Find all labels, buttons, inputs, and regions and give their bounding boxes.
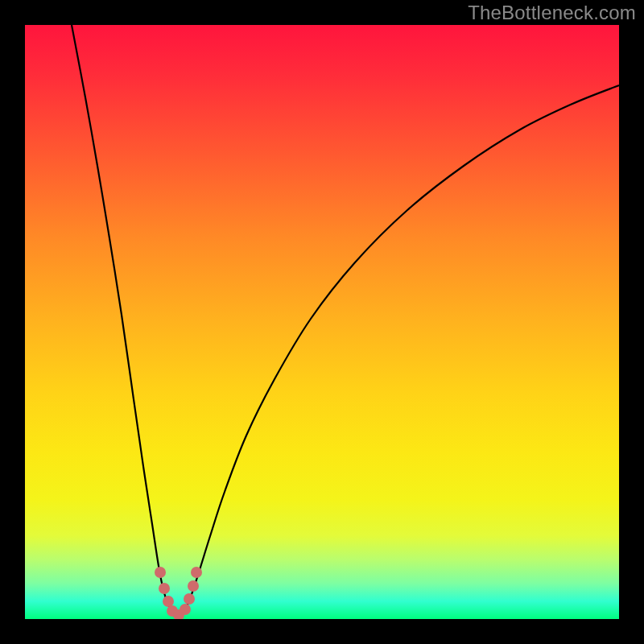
- watermark-text: TheBottleneck.com: [468, 2, 636, 24]
- marker-dot: [173, 609, 184, 619]
- marker-dot: [191, 567, 202, 578]
- marker-dot: [188, 580, 199, 592]
- marker-dot: [159, 583, 170, 594]
- right-curve: [178, 85, 619, 618]
- chart-plot-area: [25, 25, 619, 619]
- chart-svg: [25, 25, 619, 619]
- marker-dot: [180, 604, 191, 615]
- left-curve: [72, 25, 178, 618]
- marker-dot: [167, 605, 178, 617]
- chart-frame: TheBottleneck.com: [0, 0, 644, 644]
- marker-dot: [163, 596, 174, 607]
- marker-dot: [184, 593, 195, 605]
- marker-dot: [155, 567, 166, 578]
- notch-dots: [155, 567, 202, 619]
